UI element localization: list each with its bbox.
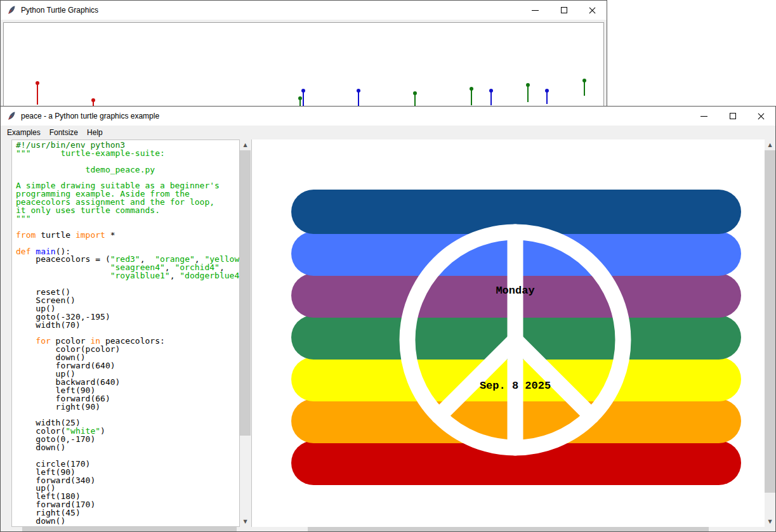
peace-symbol [252, 139, 765, 527]
code-vscrollbar[interactable]: ▲ ▼ [240, 139, 251, 527]
code-line: width(70) [16, 321, 239, 330]
scroll-left-icon[interactable]: ◄ [11, 527, 22, 531]
tree-stem [584, 81, 585, 96]
tree-stem [303, 91, 304, 106]
scroll-right-icon[interactable]: ► [240, 527, 251, 531]
front-window-title: peace - a Python turtle graphics example [21, 112, 159, 120]
tree-stem [37, 83, 38, 105]
demo-content: #!/usr/bin/env python3""" turtle-example… [1, 139, 775, 531]
menu-examples[interactable]: Examples [3, 127, 45, 138]
close-icon [757, 112, 765, 120]
peace-right-diagonal [515, 340, 591, 416]
tree-stem [358, 91, 359, 107]
tree-stem [527, 85, 529, 102]
code-line: "royalblue1", "dodgerblue4 [16, 272, 239, 280]
scroll-up-icon[interactable]: ▲ [765, 139, 775, 150]
scroll-left-icon[interactable]: ◄ [251, 527, 262, 531]
tree-dot [91, 98, 95, 102]
maximize-icon [730, 113, 736, 119]
canvas-vscrollbar[interactable]: ▲ ▼ [765, 139, 775, 527]
code-line: """ [16, 215, 239, 223]
close-icon [588, 6, 596, 15]
maximize-icon [561, 7, 567, 13]
menubar: Examples Fontsize Help [1, 126, 775, 139]
tree-dot [545, 89, 549, 93]
tree-dot [357, 89, 360, 93]
code-hscrollbar-thumb[interactable] [22, 527, 237, 531]
maximize-button[interactable] [549, 1, 578, 20]
code-line: it only uses turtle commands. [16, 207, 239, 215]
code-line: right(90) [16, 403, 239, 412]
tree-stem [490, 91, 492, 105]
tk-feather-icon [6, 111, 16, 121]
code-line: """ turtle-example-suite: [16, 150, 239, 158]
tree-dot [301, 89, 305, 93]
tk-feather-icon [6, 5, 16, 15]
tree-dot [470, 87, 473, 91]
close-button[interactable] [747, 107, 775, 126]
code-line: down() [16, 444, 239, 452]
tree-dot [582, 79, 586, 82]
tree-stem [546, 91, 548, 104]
peace-left-diagonal [439, 340, 515, 416]
maximize-button[interactable] [718, 107, 747, 126]
menu-help[interactable]: Help [82, 127, 107, 138]
canvas-label: Sep. 8 2025 [480, 380, 551, 392]
tree-dot [413, 91, 417, 95]
code-hscrollbar[interactable]: ◄ ► [11, 527, 251, 531]
front-titlebar: peace - a Python turtle graphics example [1, 107, 775, 126]
minimize-button[interactable] [521, 1, 549, 20]
scroll-right-icon[interactable]: ► [754, 527, 765, 531]
minimize-icon [700, 116, 707, 117]
code-pane[interactable]: #!/usr/bin/env python3""" turtle-example… [11, 139, 240, 527]
canvas-hscrollbar-thumb[interactable] [308, 527, 709, 531]
scroll-down-icon[interactable]: ▼ [765, 516, 775, 527]
drawing-canvas: MondaySep. 8 2025 [251, 139, 765, 527]
canvas-vscrollbar-thumb[interactable] [765, 150, 775, 493]
front-window: peace - a Python turtle graphics example… [0, 106, 776, 532]
minimize-button[interactable] [690, 107, 718, 126]
code-text: #!/usr/bin/env python3""" turtle-example… [16, 141, 239, 526]
back-titlebar: Python Turtle Graphics [1, 1, 607, 20]
scroll-down-icon[interactable]: ▼ [240, 516, 251, 527]
back-window-title: Python Turtle Graphics [21, 6, 98, 15]
tree-dot [489, 89, 493, 93]
canvas-hscrollbar[interactable]: ◄ ► [251, 527, 765, 531]
canvas-label: Monday [496, 285, 534, 297]
tree-dot [526, 83, 530, 87]
menu-fontsize[interactable]: Fontsize [45, 127, 82, 138]
tree-dot [298, 96, 302, 100]
scroll-up-icon[interactable]: ▲ [240, 139, 251, 150]
tree-stem [471, 89, 472, 105]
code-line: tdemo_peace.py [16, 166, 239, 174]
tree-stem [414, 93, 416, 106]
code-line: from turtle import * [16, 231, 239, 240]
code-line: down() [16, 517, 239, 526]
minimize-icon [532, 10, 539, 11]
close-button[interactable] [578, 1, 607, 20]
tree-dot [36, 81, 39, 85]
code-vscrollbar-thumb[interactable] [240, 150, 251, 436]
